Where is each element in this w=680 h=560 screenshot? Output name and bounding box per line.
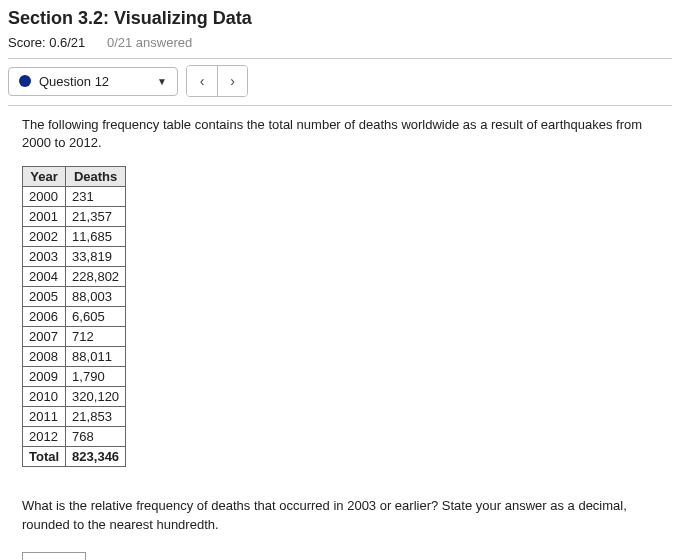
cell-year: 2003 [23, 247, 66, 267]
table-header-row: Year Deaths [23, 167, 126, 187]
divider-nav [8, 105, 672, 106]
prev-question-button[interactable]: ‹ [187, 66, 217, 96]
cell-year: 2002 [23, 227, 66, 247]
cell-deaths: 1,790 [66, 367, 126, 387]
chevron-right-icon: › [230, 73, 235, 89]
question-text: What is the relative frequency of deaths… [22, 497, 652, 533]
cell-year: 2012 [23, 427, 66, 447]
table-row: 200333,819 [23, 247, 126, 267]
cell-year: 2008 [23, 347, 66, 367]
table-row: 2000231 [23, 187, 126, 207]
answered-label: 0/21 answered [107, 35, 192, 50]
cell-year: 2007 [23, 327, 66, 347]
question-prompt: The following frequency table contains t… [22, 116, 642, 152]
table-row: 2012768 [23, 427, 126, 447]
cell-year: 2009 [23, 367, 66, 387]
table-row: 200588,003 [23, 287, 126, 307]
table-row: 200211,685 [23, 227, 126, 247]
table-row: 2010320,120 [23, 387, 126, 407]
cell-year: 2000 [23, 187, 66, 207]
cell-deaths: 320,120 [66, 387, 126, 407]
cell-year: 2006 [23, 307, 66, 327]
table-row: 200888,011 [23, 347, 126, 367]
cell-deaths: 6,605 [66, 307, 126, 327]
divider-top [8, 58, 672, 59]
cell-year: 2010 [23, 387, 66, 407]
question-status-dot-icon [19, 75, 31, 87]
answer-input[interactable] [22, 552, 86, 560]
score-label: Score: 0.6/21 [8, 35, 85, 50]
question-select-label: Question 12 [39, 74, 157, 89]
cell-total-label: Total [23, 447, 66, 467]
cell-year: 2005 [23, 287, 66, 307]
page-title: Section 3.2: Visualizing Data [8, 8, 672, 29]
cell-deaths: 21,357 [66, 207, 126, 227]
table-row: 201121,853 [23, 407, 126, 427]
cell-deaths: 231 [66, 187, 126, 207]
table-header-year: Year [23, 167, 66, 187]
cell-year: 2011 [23, 407, 66, 427]
table-header-deaths: Deaths [66, 167, 126, 187]
table-row: 20091,790 [23, 367, 126, 387]
question-nav: Question 12 ▼ ‹ › [8, 65, 672, 97]
cell-deaths: 228,802 [66, 267, 126, 287]
cell-deaths: 11,685 [66, 227, 126, 247]
table-row: 2004228,802 [23, 267, 126, 287]
cell-deaths: 768 [66, 427, 126, 447]
score-row: Score: 0.6/21 0/21 answered [8, 35, 672, 50]
table-row: 200121,357 [23, 207, 126, 227]
cell-deaths: 712 [66, 327, 126, 347]
next-question-button[interactable]: › [217, 66, 247, 96]
cell-deaths: 88,011 [66, 347, 126, 367]
cell-deaths: 88,003 [66, 287, 126, 307]
question-select[interactable]: Question 12 ▼ [8, 67, 178, 96]
caret-down-icon: ▼ [157, 76, 167, 87]
cell-total-value: 823,346 [66, 447, 126, 467]
cell-year: 2004 [23, 267, 66, 287]
cell-deaths: 21,853 [66, 407, 126, 427]
nav-button-group: ‹ › [186, 65, 248, 97]
table-row-total: Total823,346 [23, 447, 126, 467]
table-row: 20066,605 [23, 307, 126, 327]
frequency-table: Year Deaths 2000231200121,357200211,6852… [22, 166, 126, 467]
question-body: The following frequency table contains t… [8, 116, 672, 560]
table-row: 2007712 [23, 327, 126, 347]
cell-deaths: 33,819 [66, 247, 126, 267]
cell-year: 2001 [23, 207, 66, 227]
chevron-left-icon: ‹ [200, 73, 205, 89]
